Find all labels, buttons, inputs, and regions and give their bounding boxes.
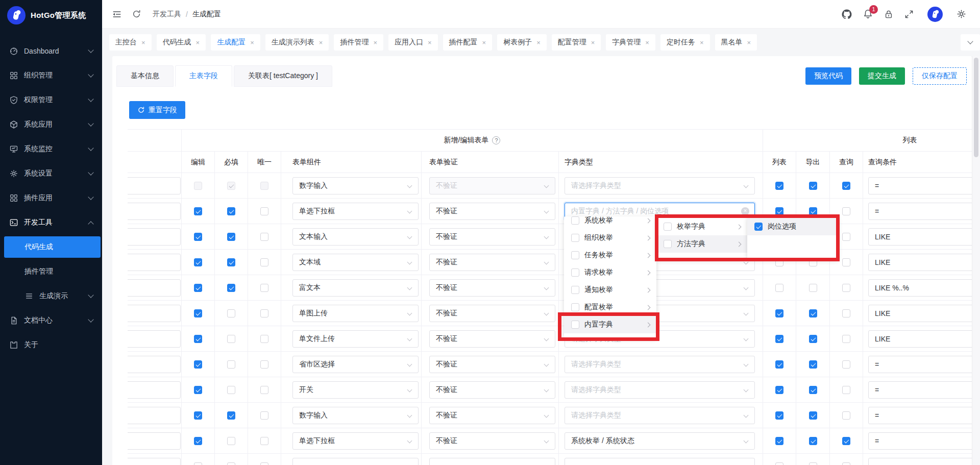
select-form-component[interactable]: 数字输入 (292, 407, 419, 424)
sidebar-item-1[interactable]: 组织管理 (0, 63, 102, 88)
select-dict-type[interactable] (565, 458, 755, 465)
cascader-option-checkbox[interactable] (754, 223, 763, 231)
route-tab-6[interactable]: 插件配置× (443, 34, 493, 51)
checkbox-list[interactable] (775, 386, 783, 394)
clear-icon[interactable]: × (741, 207, 749, 215)
checkbox-edit[interactable] (194, 360, 202, 369)
logo[interactable]: HotGo管理系统 (0, 0, 102, 31)
route-tab-11[interactable]: 黑名单× (715, 34, 757, 51)
select-form-validation[interactable]: 不验证 (429, 305, 555, 322)
vertical-scrollbar[interactable] (972, 56, 980, 465)
close-icon[interactable]: × (645, 39, 649, 46)
checkbox-query[interactable] (842, 284, 850, 292)
sidebar-item-0[interactable]: Dashboard (0, 39, 102, 63)
select-form-component[interactable]: 文本域 (292, 254, 419, 271)
settings-gear-icon[interactable] (956, 9, 967, 19)
avatar[interactable] (927, 7, 943, 22)
checkbox-export[interactable] (809, 207, 817, 215)
lock-icon[interactable] (884, 9, 894, 19)
close-icon[interactable]: × (700, 39, 704, 46)
select-dict-type[interactable]: 请选择字典类型 (565, 381, 755, 399)
checkbox-list[interactable] (775, 207, 783, 215)
cascader-option[interactable]: 系统枚举 (564, 216, 656, 229)
checkbox-required[interactable] (227, 182, 235, 190)
field-name-input[interactable] (128, 203, 181, 220)
select-query-condition[interactable]: = (868, 356, 972, 373)
route-tab-4[interactable]: 插件管理× (334, 34, 383, 51)
checkbox-edit[interactable] (194, 182, 202, 190)
checkbox-edit[interactable] (194, 284, 202, 292)
select-dict-type[interactable]: 请选择字典类型 (565, 407, 755, 424)
close-icon[interactable]: × (747, 39, 751, 46)
checkbox-required[interactable] (227, 233, 235, 241)
select-dict-type[interactable]: 请选择字典类型 (565, 177, 755, 194)
select-query-condition[interactable]: = (868, 203, 972, 220)
cascader-option-checkbox[interactable] (571, 251, 579, 259)
close-icon[interactable]: × (536, 39, 541, 46)
cascader-option-checkbox[interactable] (664, 223, 672, 231)
field-name-input[interactable] (128, 407, 181, 424)
config-tab-1[interactable]: 主表字段 (175, 65, 232, 87)
checkbox-unique[interactable] (260, 258, 268, 266)
cascader-option[interactable]: 通知枚举 (564, 281, 656, 299)
cascader-option[interactable]: 配置枚举 (564, 299, 656, 316)
checkbox-query[interactable] (842, 462, 850, 465)
close-icon[interactable]: × (373, 39, 377, 46)
github-icon[interactable] (841, 9, 852, 20)
checkbox-required[interactable] (227, 309, 235, 317)
submit-generate-button[interactable]: 提交生成 (859, 67, 905, 85)
route-tab-7[interactable]: 树表例子× (497, 34, 547, 51)
select-form-validation[interactable]: 不验证 (429, 381, 555, 399)
close-icon[interactable]: × (250, 39, 254, 46)
cascader-option[interactable]: 任务枚举 (564, 247, 656, 264)
checkbox-edit[interactable] (194, 258, 202, 266)
field-name-input[interactable] (128, 177, 181, 194)
select-form-validation[interactable]: 不验证 (429, 203, 555, 220)
select-form-component[interactable]: 数字输入 (292, 177, 419, 194)
tab-overflow-button[interactable] (961, 34, 980, 51)
checkbox-edit[interactable] (194, 437, 202, 445)
select-form-validation[interactable]: 不验证 (429, 254, 555, 271)
field-name-input[interactable] (128, 254, 181, 271)
checkbox-unique[interactable] (260, 360, 268, 369)
checkbox-unique[interactable] (260, 411, 268, 420)
select-form-component[interactable]: 单文件上传 (292, 330, 419, 348)
sidebar-item-9[interactable]: 插件管理 (0, 259, 102, 284)
checkbox-query[interactable] (842, 335, 850, 343)
checkbox-list[interactable] (775, 411, 783, 420)
checkbox-unique[interactable] (260, 284, 268, 292)
cascader-option[interactable]: 请求枚举 (564, 264, 656, 281)
checkbox-list[interactable] (775, 284, 783, 292)
checkbox-list[interactable] (775, 360, 783, 369)
checkbox-edit[interactable] (194, 309, 202, 317)
scrollbar-thumb[interactable] (974, 58, 978, 157)
checkbox-unique[interactable] (260, 386, 268, 394)
fullscreen-icon[interactable] (904, 9, 914, 19)
checkbox-list[interactable] (775, 335, 783, 343)
select-form-component[interactable]: 单图上传 (292, 305, 419, 322)
select-query-condition[interactable]: LIKE (868, 305, 972, 322)
sidebar-item-2[interactable]: 权限管理 (0, 88, 102, 112)
select-form-validation[interactable]: 不验证 (429, 432, 555, 450)
select-query-condition[interactable]: = (868, 432, 972, 450)
checkbox-unique[interactable] (260, 207, 268, 215)
select-query-condition[interactable]: LIKE (868, 228, 972, 246)
checkbox-export[interactable] (809, 386, 817, 394)
checkbox-required[interactable] (227, 411, 235, 420)
checkbox-edit[interactable] (194, 233, 202, 241)
select-form-component[interactable]: 开关 (292, 381, 419, 399)
checkbox-unique[interactable] (260, 462, 268, 465)
checkbox-unique[interactable] (260, 437, 268, 445)
field-name-input[interactable] (128, 432, 181, 450)
checkbox-export[interactable] (809, 182, 817, 190)
checkbox-export[interactable] (809, 284, 817, 292)
notification-bell-icon[interactable]: 1 (863, 9, 873, 19)
preview-code-button[interactable]: 预览代码 (805, 67, 851, 85)
cascader-option-checkbox[interactable] (571, 216, 579, 225)
checkbox-required[interactable] (227, 258, 235, 266)
checkbox-edit[interactable] (194, 411, 202, 420)
select-form-component[interactable]: 单选下拉框 (292, 203, 419, 220)
checkbox-list[interactable] (775, 182, 783, 190)
cascader-option-checkbox[interactable] (571, 234, 579, 242)
select-form-validation[interactable]: 不验证 (429, 356, 555, 373)
